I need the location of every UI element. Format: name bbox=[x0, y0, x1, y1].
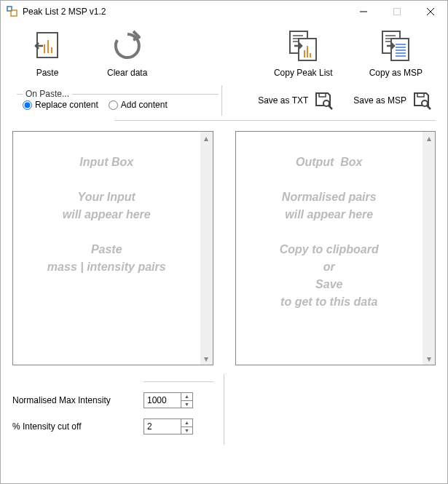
vertical-separator bbox=[224, 374, 224, 445]
spin-up-icon[interactable]: ▲ bbox=[181, 393, 192, 401]
svg-line-30 bbox=[329, 106, 332, 109]
spin-down-icon[interactable]: ▼ bbox=[181, 401, 192, 408]
add-radio-label: Add content bbox=[121, 100, 168, 110]
spin-up-icon[interactable]: ▲ bbox=[181, 419, 192, 427]
scroll-track[interactable] bbox=[200, 144, 213, 352]
minimize-button[interactable] bbox=[347, 1, 380, 23]
svg-rect-3 bbox=[394, 9, 401, 15]
svg-point-29 bbox=[323, 100, 329, 106]
cutoff-spinner[interactable]: ▲▼ bbox=[144, 418, 193, 435]
output-box-wrapper: ▴ ▾ bbox=[235, 131, 436, 365]
scroll-down-icon[interactable]: ▾ bbox=[423, 352, 435, 365]
save-txt-label: Save as TXT bbox=[258, 95, 308, 106]
copy-msp-icon bbox=[380, 30, 412, 62]
vertical-separator bbox=[221, 85, 222, 116]
save-search-icon bbox=[412, 91, 431, 110]
replace-radio[interactable]: Replace content bbox=[23, 100, 98, 110]
scroll-down-icon[interactable]: ▾ bbox=[200, 352, 213, 365]
input-scrollbar[interactable]: ▴ ▾ bbox=[200, 132, 213, 365]
save-msp-label: Save as MSP bbox=[353, 95, 406, 106]
add-radio[interactable]: Add content bbox=[109, 100, 168, 110]
window-title: Peak List 2 MSP v1.2 bbox=[23, 7, 347, 17]
separator bbox=[144, 381, 213, 382]
max-intensity-label: Normalised Max Intensity bbox=[12, 395, 144, 405]
save-txt-button[interactable]: Save as TXT bbox=[258, 91, 333, 110]
output-scrollbar[interactable]: ▴ ▾ bbox=[423, 132, 435, 365]
close-button[interactable] bbox=[414, 1, 447, 23]
paste-label: Paste bbox=[36, 68, 59, 78]
clear-button[interactable]: Clear data bbox=[107, 30, 147, 78]
maximize-button[interactable] bbox=[380, 1, 414, 23]
paste-icon bbox=[31, 30, 63, 62]
spin-down-icon[interactable]: ▼ bbox=[181, 427, 192, 435]
copy-msp-button[interactable]: Copy as MSP bbox=[369, 30, 423, 78]
app-window: Peak List 2 MSP v1.2 Paste bbox=[0, 0, 448, 484]
refresh-icon bbox=[111, 30, 144, 62]
svg-rect-22 bbox=[391, 39, 409, 60]
save-search-icon bbox=[314, 91, 333, 110]
scroll-track[interactable] bbox=[423, 144, 435, 352]
svg-rect-28 bbox=[319, 93, 326, 97]
max-intensity-spinner[interactable]: ▲▼ bbox=[144, 392, 193, 408]
window-controls bbox=[347, 1, 447, 23]
scroll-up-icon[interactable]: ▴ bbox=[423, 132, 435, 144]
output-textarea[interactable] bbox=[236, 132, 423, 365]
content-area: Paste Clear data bbox=[1, 23, 447, 483]
save-msp-button[interactable]: Save as MSP bbox=[353, 91, 431, 110]
toolbar: Paste Clear data bbox=[12, 30, 436, 78]
cutoff-input[interactable] bbox=[144, 419, 181, 434]
svg-rect-31 bbox=[417, 93, 424, 97]
replace-radio-input[interactable] bbox=[23, 100, 32, 110]
paste-button[interactable]: Paste bbox=[31, 30, 63, 78]
svg-point-32 bbox=[422, 100, 428, 106]
copy-msp-label: Copy as MSP bbox=[369, 68, 423, 78]
scroll-up-icon[interactable]: ▴ bbox=[200, 132, 213, 144]
separator bbox=[114, 120, 436, 121]
copy-peak-icon bbox=[287, 30, 319, 62]
app-icon bbox=[7, 6, 18, 17]
max-intensity-input[interactable] bbox=[144, 393, 181, 408]
input-textarea[interactable] bbox=[13, 132, 200, 365]
clear-label: Clear data bbox=[107, 68, 147, 78]
input-box-wrapper: ▴ ▾ bbox=[12, 131, 213, 365]
titlebar: Peak List 2 MSP v1.2 bbox=[1, 1, 447, 23]
svg-line-33 bbox=[427, 106, 431, 109]
cutoff-label: % Intensity cut off bbox=[12, 421, 144, 432]
on-paste-group: On Paste... Replace content Add content bbox=[12, 88, 219, 116]
copy-peak-label: Copy Peak List bbox=[274, 68, 333, 78]
on-paste-title: On Paste... bbox=[23, 89, 72, 99]
replace-radio-label: Replace content bbox=[35, 100, 98, 110]
add-radio-input[interactable] bbox=[109, 100, 118, 110]
copy-peak-button[interactable]: Copy Peak List bbox=[274, 30, 333, 78]
